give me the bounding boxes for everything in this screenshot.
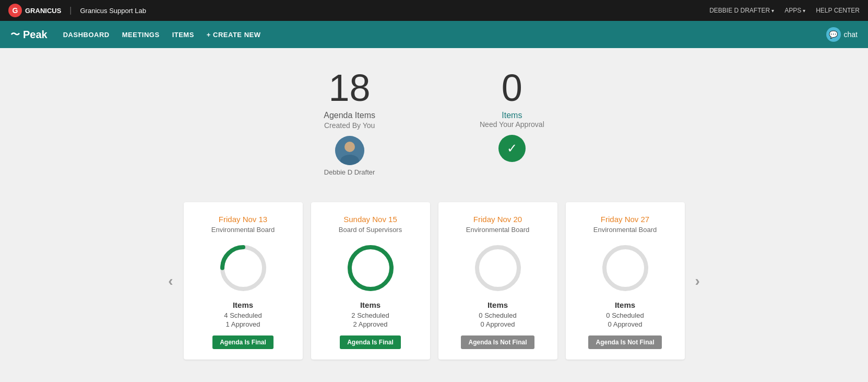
donut-chart — [599, 242, 651, 294]
top-bar-left: G GRANICUS | Granicus Support Lab — [8, 4, 146, 17]
svg-point-7 — [350, 247, 391, 289]
card-scheduled: 4 Scheduled — [194, 311, 292, 319]
cards-section: ‹ Friday Nov 13 Environmental Board Item… — [10, 202, 858, 360]
donut-chart — [217, 242, 269, 294]
card-approved: 0 Approved — [576, 320, 674, 328]
card-date: Friday Nov 13 — [194, 215, 292, 224]
nav-meetings[interactable]: MEETINGS — [122, 31, 160, 39]
nav-create-new[interactable]: + CREATE NEW — [207, 31, 261, 39]
nav-right: 💬 chat — [826, 27, 858, 42]
nav-left: 〜 Peak DASHBOARD MEETINGS ITEMS + CREATE… — [10, 28, 261, 41]
card-date: Friday Nov 27 — [576, 215, 674, 224]
card-approved: 1 Approved — [194, 320, 292, 328]
peak-wave-icon: 〜 — [10, 28, 20, 41]
card-scheduled: 0 Scheduled — [576, 311, 674, 319]
card-board: Environmental Board — [449, 226, 547, 234]
carousel-prev-button[interactable]: ‹ — [158, 268, 183, 295]
peak-logo: 〜 Peak — [10, 28, 47, 41]
top-bar-divider: | — [69, 6, 72, 15]
approval-count: 0 — [480, 69, 544, 107]
meeting-card[interactable]: Friday Nov 13 Environmental Board Items … — [184, 202, 303, 360]
card-items-label: Items — [576, 300, 674, 309]
top-bar-right: DEBBIE D DRAFTER▾ APPS▾ HELP CENTER — [709, 7, 860, 14]
card-badge[interactable]: Agenda Is Not Final — [588, 335, 661, 349]
card-scheduled: 0 Scheduled — [449, 311, 547, 319]
nav-items[interactable]: ITEMS — [172, 31, 194, 39]
agenda-items-count: 18 — [324, 69, 375, 107]
avatar — [335, 136, 364, 165]
donut-chart — [344, 242, 397, 294]
svg-point-3 — [345, 142, 354, 152]
meeting-card[interactable]: Friday Nov 27 Environmental Board Items … — [566, 202, 685, 360]
card-approved: 0 Approved — [449, 320, 547, 328]
card-items-label: Items — [194, 300, 292, 309]
donut-chart — [472, 242, 524, 294]
card-badge[interactable]: Agenda Is Not Final — [461, 335, 534, 349]
granicus-wordmark: GRANICUS — [25, 7, 61, 15]
chat-label: chat — [844, 30, 858, 39]
agenda-items-label: Agenda Items — [324, 111, 375, 120]
card-date: Friday Nov 20 — [449, 215, 547, 224]
checkmark-icon: ✓ — [507, 141, 517, 156]
card-items-label: Items — [449, 300, 547, 309]
carousel-next-button[interactable]: › — [685, 268, 710, 295]
meeting-card[interactable]: Sunday Nov 15 Board of Supervisors Items… — [311, 202, 430, 360]
card-items-label: Items — [322, 300, 420, 309]
all-approved-icon: ✓ — [498, 135, 526, 162]
granicus-g-icon: G — [8, 4, 22, 17]
card-scheduled: 2 Scheduled — [322, 311, 420, 319]
user-menu[interactable]: DEBBIE D DRAFTER▾ — [709, 7, 774, 14]
need-approval-label: Need Your Approval — [480, 120, 544, 129]
cards-container: Friday Nov 13 Environmental Board Items … — [184, 202, 685, 360]
chat-button[interactable]: 💬 chat — [826, 27, 858, 42]
granicus-logo: G GRANICUS — [8, 4, 61, 17]
created-by-you-label: Created By You — [324, 121, 375, 130]
card-board: Environmental Board — [194, 226, 292, 234]
stats-section: 18 Agenda Items Created By You Debbie D … — [10, 69, 858, 176]
nav-bar: 〜 Peak DASHBOARD MEETINGS ITEMS + CREATE… — [0, 21, 868, 48]
avatar-image — [335, 136, 364, 165]
svg-point-9 — [604, 247, 646, 289]
peak-wordmark: Peak — [23, 29, 47, 41]
approval-stat: 0 Items Need Your Approval ✓ — [480, 69, 544, 176]
items-approval-link[interactable]: Items — [502, 111, 522, 120]
svg-point-8 — [477, 247, 519, 289]
top-bar: G GRANICUS | Granicus Support Lab DEBBIE… — [0, 0, 868, 21]
nav-links: DASHBOARD MEETINGS ITEMS + CREATE NEW — [63, 31, 261, 39]
agenda-items-stat: 18 Agenda Items Created By You Debbie D … — [324, 69, 375, 176]
card-approved: 2 Approved — [322, 320, 420, 328]
card-date: Sunday Nov 15 — [322, 215, 420, 224]
help-center-link[interactable]: HELP CENTER — [816, 7, 860, 14]
support-lab-label: Granicus Support Lab — [80, 7, 146, 15]
apps-menu[interactable]: APPS▾ — [784, 7, 805, 14]
card-badge[interactable]: Agenda Is Final — [212, 335, 274, 349]
nav-dashboard[interactable]: DASHBOARD — [63, 31, 110, 39]
card-board: Environmental Board — [576, 226, 674, 234]
chat-bubble-icon: 💬 — [826, 27, 841, 42]
card-board: Board of Supervisors — [322, 226, 420, 234]
user-name-label: Debbie D Drafter — [324, 168, 375, 176]
main-content: 18 Agenda Items Created By You Debbie D … — [0, 48, 868, 375]
meeting-card[interactable]: Friday Nov 20 Environmental Board Items … — [438, 202, 557, 360]
card-badge[interactable]: Agenda Is Final — [340, 335, 401, 349]
